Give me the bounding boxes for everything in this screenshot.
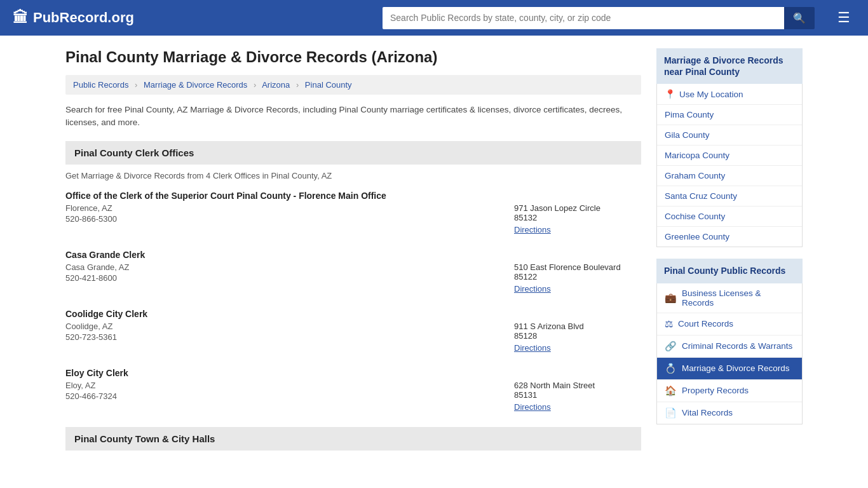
record-business[interactable]: 💼 Business Licenses & Records (657, 283, 802, 313)
search-area: 🔍 (383, 7, 815, 29)
criminal-records-link[interactable]: 🔗 Criminal Records & Warrants (657, 336, 802, 357)
santa-cruz-county-link[interactable]: Santa Cruz County (657, 186, 802, 206)
directions-link-4[interactable]: Directions (514, 402, 551, 412)
greenlee-county-link[interactable]: Greenlee County (657, 227, 802, 247)
marriage-records-label: Marriage & Divorce Records (682, 363, 790, 373)
nearby-santa-cruz[interactable]: Santa Cruz County (657, 186, 802, 207)
nearby-graham[interactable]: Graham County (657, 166, 802, 186)
nearby-maricopa[interactable]: Maricopa County (657, 146, 802, 166)
office-address-4: 628 North Main Street (514, 381, 641, 390)
pima-county-link[interactable]: Pima County (657, 105, 802, 125)
breadcrumb-public-records[interactable]: Public Records (73, 80, 128, 90)
ring-icon: 💍 (665, 363, 677, 374)
office-layout-2: Casa Grande, AZ 520-421-8600 510 East Fl… (65, 262, 641, 294)
court-records-link[interactable]: ⚖ Court Records (657, 313, 802, 335)
record-marriage[interactable]: 💍 Marriage & Divorce Records (657, 358, 802, 380)
logo-icon: 🏛 (13, 9, 28, 27)
criminal-records-label: Criminal Records & Warrants (682, 341, 792, 351)
record-vital[interactable]: 📄 Vital Records (657, 402, 802, 424)
vital-records-link[interactable]: 📄 Vital Records (657, 402, 802, 424)
use-location-label: Use My Location (679, 90, 743, 99)
office-left-4: Eloy, AZ 520-466-7324 (65, 381, 514, 401)
record-criminal[interactable]: 🔗 Criminal Records & Warrants (657, 336, 802, 358)
page-container: Pinal County Marriage & Divorce Records … (53, 36, 815, 457)
breadcrumb-sep-2: › (254, 80, 256, 90)
marriage-records-link[interactable]: 💍 Marriage & Divorce Records (657, 358, 802, 379)
record-court[interactable]: ⚖ Court Records (657, 313, 802, 336)
office-name-3: Coolidge City Clerk (65, 309, 641, 319)
page-description: Search for free Pinal County, AZ Marriag… (65, 104, 641, 130)
office-layout-1: Florence, AZ 520-866-5300 971 Jason Lope… (65, 203, 641, 234)
office-phone-2: 520-421-8600 (65, 273, 514, 283)
public-records-header: Pinal County Public Records (656, 259, 803, 283)
office-layout-3: Coolidge, AZ 520-723-5361 911 S Arizona … (65, 322, 641, 353)
office-left-3: Coolidge, AZ 520-723-5361 (65, 322, 514, 342)
office-city-4: Eloy, AZ (65, 381, 514, 390)
office-address-3: 911 S Arizona Blvd (514, 322, 641, 331)
house-icon: 🏠 (665, 385, 677, 396)
menu-button[interactable]: ☰ (832, 7, 855, 29)
office-city-1: Florence, AZ (65, 203, 514, 213)
breadcrumb: Public Records › Marriage & Divorce Reco… (65, 75, 641, 95)
directions-link-1[interactable]: Directions (514, 225, 551, 234)
search-button[interactable]: 🔍 (784, 7, 815, 29)
court-records-label: Court Records (678, 319, 733, 329)
office-entry-1: Office of the Clerk of the Superior Cour… (65, 191, 641, 234)
sidebar: Marriage & Divorce Records near Pinal Co… (656, 48, 803, 457)
office-phone-1: 520-866-5300 (65, 214, 514, 224)
directions-link-3[interactable]: Directions (514, 343, 551, 353)
use-location-link[interactable]: 📍 Use My Location (657, 84, 802, 104)
briefcase-icon: 💼 (665, 292, 677, 304)
property-records-link[interactable]: 🏠 Property Records (657, 380, 802, 402)
office-zip-2: 85122 (514, 272, 641, 281)
location-icon: 📍 (665, 89, 675, 99)
office-address-2: 510 East Florence Boulevard (514, 262, 641, 272)
clerk-offices-subtitle: Get Marriage & Divorce Records from 4 Cl… (65, 171, 641, 180)
main-content: Pinal County Marriage & Divorce Records … (65, 48, 641, 457)
office-right-4: 628 North Main Street 85131 Directions (514, 381, 641, 412)
vital-records-label: Vital Records (682, 408, 733, 417)
page-title: Pinal County Marriage & Divorce Records … (65, 48, 641, 66)
office-entry-4: Eloy City Clerk Eloy, AZ 520-466-7324 62… (65, 368, 641, 412)
maricopa-county-link[interactable]: Maricopa County (657, 146, 802, 165)
gila-county-link[interactable]: Gila County (657, 125, 802, 145)
office-right-1: 971 Jason Lopez Circle 85132 Directions (514, 203, 641, 234)
nearby-gila[interactable]: Gila County (657, 125, 802, 146)
directions-link-2[interactable]: Directions (514, 284, 551, 294)
breadcrumb-marriage-divorce[interactable]: Marriage & Divorce Records (144, 80, 247, 90)
logo-text: PubRecord.org (33, 10, 134, 26)
public-records-box: Pinal County Public Records 💼 Business L… (656, 259, 803, 424)
site-header: 🏛 PubRecord.org 🔍 ☰ (0, 0, 868, 36)
logo-link[interactable]: 🏛 PubRecord.org (13, 9, 134, 27)
nearby-counties-list: 📍 Use My Location Pima County Gila Count… (656, 84, 803, 247)
public-records-list: 💼 Business Licenses & Records ⚖ Court Re… (656, 283, 803, 424)
use-location-item[interactable]: 📍 Use My Location (657, 84, 802, 105)
breadcrumb-arizona[interactable]: Arizona (262, 80, 290, 90)
office-left-1: Florence, AZ 520-866-5300 (65, 203, 514, 224)
office-name-4: Eloy City Clerk (65, 368, 641, 378)
property-records-label: Property Records (682, 386, 749, 395)
graham-county-link[interactable]: Graham County (657, 166, 802, 186)
breadcrumb-pinal-county[interactable]: Pinal County (305, 80, 352, 90)
office-zip-4: 85131 (514, 390, 641, 400)
office-right-3: 911 S Arizona Blvd 85128 Directions (514, 322, 641, 353)
office-left-2: Casa Grande, AZ 520-421-8600 (65, 262, 514, 283)
nearby-greenlee[interactable]: Greenlee County (657, 227, 802, 247)
business-records-label: Business Licenses & Records (682, 288, 794, 308)
nearby-cochise[interactable]: Cochise County (657, 207, 802, 227)
business-records-link[interactable]: 💼 Business Licenses & Records (657, 283, 802, 313)
office-layout-4: Eloy, AZ 520-466-7324 628 North Main Str… (65, 381, 641, 412)
scales-icon: ⚖ (665, 318, 673, 330)
office-name-1: Office of the Clerk of the Superior Cour… (65, 191, 641, 201)
nearby-header: Marriage & Divorce Records near Pinal Co… (656, 48, 803, 84)
record-property[interactable]: 🏠 Property Records (657, 380, 802, 402)
chain-icon: 🔗 (665, 341, 677, 352)
office-address-1: 971 Jason Lopez Circle (514, 203, 641, 213)
cochise-county-link[interactable]: Cochise County (657, 207, 802, 226)
office-zip-1: 85132 (514, 213, 641, 222)
search-input[interactable] (383, 7, 784, 29)
office-entry-3: Coolidge City Clerk Coolidge, AZ 520-723… (65, 309, 641, 353)
nearby-counties-box: Marriage & Divorce Records near Pinal Co… (656, 48, 803, 247)
clerk-offices-header: Pinal County Clerk Offices (65, 141, 641, 165)
nearby-pima[interactable]: Pima County (657, 105, 802, 125)
